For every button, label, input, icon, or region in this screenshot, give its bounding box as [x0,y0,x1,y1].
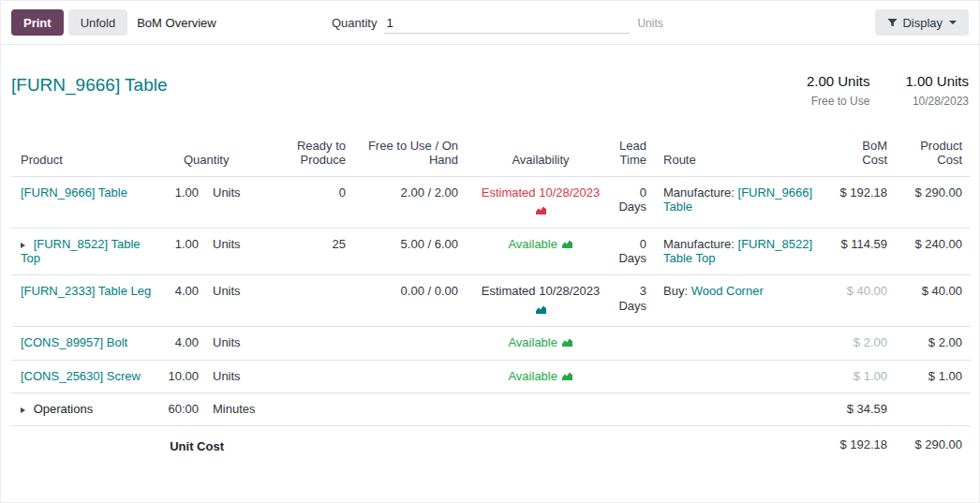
availability-status: Estimated 10/28/2023 [482,284,600,298]
quantity-input[interactable] [384,13,630,34]
header-availability: Availability [470,139,611,176]
bom-cost-cell: $ 192.18 [817,176,898,228]
unit-cell: Units [208,275,285,327]
caret-down-icon [949,21,957,24]
unit-cost-label: Unit Cost [159,426,285,464]
area-chart-icon[interactable] [535,204,547,219]
header-ready-to-produce: Ready to Produce [285,139,358,176]
quantity-unit-label: Units [637,17,662,30]
product-link[interactable]: [FURN_9666] Table [21,185,127,200]
ready-cell [285,327,358,361]
route-link[interactable]: Wood Corner [691,284,764,298]
area-chart-icon[interactable] [535,303,547,318]
quantity-group: Quantity Units [332,1,663,45]
area-chart-icon[interactable] [561,336,573,351]
bom-cost-cell: $ 2.00 [817,327,898,361]
lead-time-cell: 0 Days [611,228,648,274]
availability-cell: Available [470,228,611,274]
quantity-cell: 60:00 [159,393,208,426]
free-on-hand-cell: 0.00 / 0.00 [358,275,470,327]
unit-cell: Units [208,228,285,274]
stat-free-to-use-value: 2.00 Units [807,73,870,89]
unit-cell: Units [208,176,285,228]
route-prefix: Manufacture: [663,185,735,200]
header-quantity: Quantity [159,139,285,176]
ready-cell: 0 [285,176,358,228]
total-product-cost: $ 290.00 [898,426,971,464]
availability-cell: Available [470,327,611,361]
stat-quantity-value: 1.00 Units [905,73,969,89]
table-row: [FURN_9666] Table 1.00 Units 0 2.00 / 2.… [11,176,971,228]
availability-cell: Estimated 10/28/2023 [470,275,611,327]
display-dropdown-button[interactable]: Display [875,9,969,36]
header-product: Product [11,139,159,176]
table-header-row: Product Quantity Ready to Produce Free t… [11,139,971,176]
route-cell: Manufacture: [FURN_9666] Table [648,176,817,228]
operations-label: Operations [34,402,94,416]
route-cell [648,327,817,361]
ready-cell: 25 [285,228,358,274]
lead-time-cell [611,327,648,361]
unit-cell: Units [208,360,285,393]
stat-free-to-use-caption: Free to Use [807,95,870,108]
bom-cost-cell: $ 114.59 [817,228,898,274]
caret-right-icon[interactable] [21,407,25,413]
product-link[interactable]: [FURN_8522] Table Top [21,237,141,266]
total-bom-cost: $ 192.18 [817,426,898,464]
product-cost-cell: $ 1.00 [898,360,971,393]
product-link[interactable]: [CONS_25630] Screw [21,369,141,383]
quantity-cell: 1.00 [159,176,208,228]
display-label: Display [902,16,943,30]
route-prefix: Buy: [663,284,688,298]
header-bom-cost: BoM Cost [817,139,898,176]
unfold-button[interactable]: Unfold [68,9,128,36]
product-link[interactable]: [FURN_2333] Table Leg [21,284,151,298]
print-button[interactable]: Print [11,9,64,36]
stat-date-caption: 10/28/2023 [905,95,969,108]
ready-cell [285,275,358,327]
product-cell: [CONS_25630] Screw [11,360,159,393]
header-product-cost: Product Cost [898,139,971,176]
unit-cell: Units [208,327,285,361]
lead-time-cell: 0 Days [611,176,648,228]
route-cell [648,360,817,393]
free-on-hand-cell [358,360,470,393]
summary-stats: 2.00 Units Free to Use 1.00 Units 10/28/… [807,73,969,108]
area-chart-icon[interactable] [561,370,573,385]
availability-status: Available [508,335,557,349]
product-cell: [FURN_9666] Table [11,176,159,228]
route-cell: Buy: Wood Corner [648,275,817,327]
operations-cell: Operations [11,393,159,426]
product-link[interactable]: [CONS_89957] Bolt [21,335,127,349]
summary-section: [FURN_9666] Table 2.00 Units Free to Use… [1,75,979,96]
toolbar: Print Unfold BoM Overview Quantity Units… [1,1,979,45]
quantity-cell: 1.00 [159,228,208,274]
availability-status: Available [508,369,557,383]
stat-free-to-use: 2.00 Units Free to Use [807,73,870,108]
product-cost-cell: $ 290.00 [898,176,971,228]
lead-time-cell [611,360,648,393]
availability-cell: Available [470,360,611,393]
quantity-cell: 4.00 [159,275,208,327]
product-cell: [FURN_2333] Table Leg [11,275,159,327]
page-title: BoM Overview [137,16,216,30]
header-lead-time: Lead Time [611,139,648,176]
quantity-cell: 10.00 [159,360,208,393]
product-cost-cell: $ 240.00 [898,228,971,274]
caret-right-icon[interactable] [21,243,25,248]
availability-cell: Estimated 10/28/2023 [470,176,611,228]
availability-status: Estimated 10/28/2023 [482,185,600,200]
table-row: [CONS_25630] Screw 10.00 Units Available… [11,360,971,393]
quantity-label: Quantity [332,16,377,30]
table-row: [FURN_2333] Table Leg 4.00 Units 0.00 / … [11,275,971,327]
header-free-to-use-on-hand: Free to Use / On Hand [358,139,470,176]
bom-overview-page: Print Unfold BoM Overview Quantity Units… [0,0,980,503]
bom-cost-cell: $ 34.59 [817,393,898,426]
unit-cost-row: Unit Cost $ 192.18 $ 290.00 [11,426,971,464]
filter-icon [887,18,898,28]
area-chart-icon[interactable] [561,238,573,253]
header-route: Route [648,139,817,176]
free-on-hand-cell: 2.00 / 2.00 [358,176,470,228]
unit-cell: Minutes [208,393,285,426]
lead-time-cell: 3 Days [611,275,648,327]
